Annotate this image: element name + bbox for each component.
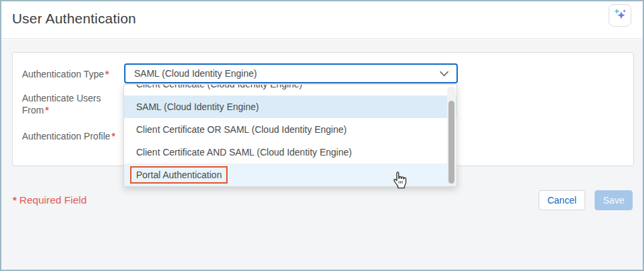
- label-text: Authentication Profile: [22, 131, 110, 142]
- chevron-down-icon: [440, 68, 448, 79]
- label-text: Authentication Type: [22, 69, 104, 79]
- required-field-note: *Required Field: [13, 194, 87, 206]
- authenticate-users-from-label: Authenticate Users From*: [22, 92, 115, 116]
- option-saml[interactable]: SAML (Cloud Identity Engine): [124, 95, 456, 118]
- sparkles-icon: [613, 7, 627, 24]
- option-portal-authentication[interactable]: Portal Authentication: [124, 164, 456, 186]
- option-client-certificate-or-saml[interactable]: Client Certificate OR SAML (Cloud Identi…: [124, 118, 456, 141]
- required-asterisk: *: [13, 194, 19, 206]
- selected-value: SAML (Cloud Identity Engine): [134, 68, 440, 79]
- authentication-type-dropdown: Client Certificate (Cloud Identity Engin…: [123, 84, 457, 187]
- option-client-certificate[interactable]: Client Certificate (Cloud Identity Engin…: [124, 85, 456, 95]
- annotation-highlight-box: Portal Authentication: [130, 166, 228, 184]
- required-asterisk: *: [44, 105, 49, 115]
- option-client-certificate-and-saml[interactable]: Client Certificate AND SAML (Cloud Ident…: [124, 141, 456, 164]
- ai-assistant-button[interactable]: [609, 4, 631, 27]
- authentication-type-label: Authentication Type*: [22, 68, 129, 80]
- required-asterisk: *: [104, 69, 109, 79]
- page-body: Authentication Type* SAML (Cloud Identit…: [1, 39, 643, 270]
- user-authentication-page: User Authentication Authe: [0, 0, 644, 271]
- cancel-button[interactable]: Cancel: [539, 190, 585, 210]
- page-title: User Authentication: [12, 11, 136, 27]
- label-text: Authenticate Users From: [22, 93, 101, 115]
- page-header: User Authentication: [1, 1, 643, 39]
- required-asterisk: *: [110, 131, 115, 142]
- dropdown-scrollbar-track[interactable]: [447, 87, 456, 184]
- authentication-type-select[interactable]: SAML (Cloud Identity Engine): [124, 63, 458, 83]
- authentication-profile-label: Authentication Profile*: [22, 130, 115, 142]
- dropdown-scrollbar-thumb[interactable]: [448, 101, 454, 184]
- save-button[interactable]: Save: [595, 190, 633, 210]
